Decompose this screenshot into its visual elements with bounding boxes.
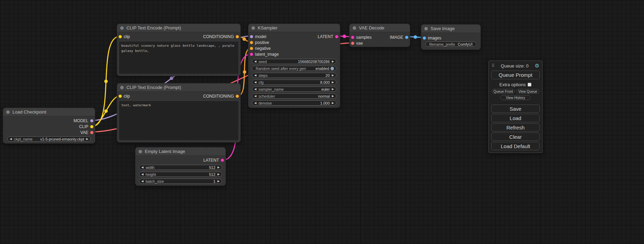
input-slot-positive[interactable]: positive — [250, 40, 269, 45]
arrow-left-icon[interactable]: ◀ — [254, 81, 256, 84]
view-history-button[interactable]: View History — [500, 95, 531, 100]
conditioning-slot-dot[interactable] — [236, 35, 239, 38]
latent-slot-dot[interactable] — [221, 159, 224, 162]
input-slot-clip[interactable]: clip — [118, 94, 130, 99]
input-slot-latent-image[interactable]: latent_image — [250, 52, 279, 57]
output-slot-vae[interactable]: VAE — [80, 130, 94, 135]
node-status-dot[interactable] — [252, 26, 255, 30]
arrow-right-icon[interactable]: ▶ — [86, 138, 88, 141]
load-default-button[interactable]: Load Default — [491, 142, 540, 150]
model-slot-dot[interactable] — [250, 35, 253, 38]
input-slot-model[interactable]: model — [250, 34, 266, 39]
conditioning-slot-dot[interactable] — [236, 94, 239, 98]
widget-random-seed-toggle[interactable]: Random seed after every gen enabled — [252, 66, 336, 71]
node-empty-latent-image[interactable]: Empty Latent Image LATENT ◀ width 512 ▶ … — [135, 147, 226, 186]
widget-height[interactable]: ◀ height 512 ▶ — [139, 172, 222, 177]
widget-cfg[interactable]: ◀ cfg 8.000 ▶ — [252, 80, 336, 85]
output-slot-conditioning[interactable]: CONDITIONING — [203, 94, 239, 99]
arrow-left-icon[interactable]: ◀ — [10, 138, 12, 141]
widget-width[interactable]: ◀ width 512 ▶ — [139, 165, 222, 170]
node-status-dot[interactable] — [120, 26, 124, 30]
clip-slot-dot[interactable] — [118, 35, 122, 38]
graph-canvas[interactable]: { "colors": { "model": "#B39DDB", "clip"… — [0, 0, 644, 244]
arrow-left-icon[interactable]: ◀ — [254, 60, 256, 63]
node-clip-text-encode-negative[interactable]: CLIP Text Encode (Prompt) clip CONDITION… — [117, 83, 241, 143]
node-load-checkpoint[interactable]: Load Checkpoint MODEL CLIP VAE ◀ ckpt_na… — [3, 108, 95, 144]
node-title-bar[interactable]: Load Checkpoint — [3, 108, 95, 116]
arrow-right-icon[interactable]: ▶ — [332, 81, 334, 84]
widget-filename-prefix[interactable]: filename_prefix ComfyUI — [425, 42, 476, 47]
node-status-dot[interactable] — [120, 86, 124, 89]
input-slot-clip[interactable]: clip — [118, 34, 130, 39]
arrow-right-icon[interactable]: ▶ — [218, 173, 220, 176]
node-title-bar[interactable]: CLIP Text Encode (Prompt) — [117, 83, 240, 92]
arrow-right-icon[interactable]: ▶ — [332, 95, 334, 98]
node-title-bar[interactable]: KSampler — [248, 24, 340, 32]
input-slot-images[interactable]: images — [423, 36, 441, 40]
latent-slot-dot[interactable] — [335, 35, 338, 38]
widget-scheduler[interactable]: ◀ scheduler normal ▶ — [252, 93, 336, 99]
node-title-bar[interactable]: CLIP Text Encode (Prompt) — [117, 24, 240, 32]
node-vae-decode[interactable]: VAE Decode samples IMAGE vae — [349, 24, 410, 47]
input-slot-samples[interactable]: samples — [351, 35, 372, 40]
prompt-text-input[interactable]: text, watermark — [119, 101, 238, 140]
arrow-right-icon[interactable]: ▶ — [332, 102, 334, 105]
queue-prompt-button[interactable]: Queue Prompt — [491, 71, 540, 79]
vae-slot-dot[interactable] — [351, 42, 354, 45]
arrow-left-icon[interactable]: ◀ — [141, 180, 143, 183]
load-button[interactable]: Load — [491, 114, 540, 122]
widget-sampler-name[interactable]: ◀ sampler_name euler ▶ — [252, 87, 336, 92]
drag-handle-icon[interactable]: ⠿ — [492, 63, 495, 68]
arrow-left-icon[interactable]: ◀ — [254, 88, 256, 91]
arrow-right-icon[interactable]: ▶ — [332, 88, 334, 91]
vae-slot-dot[interactable] — [90, 131, 94, 134]
node-save-image[interactable]: Save Image images filename_prefix ComfyU… — [421, 24, 481, 50]
clear-button[interactable]: Clear — [491, 133, 540, 141]
conditioning-slot-dot[interactable] — [250, 47, 253, 50]
node-ksampler[interactable]: KSampler model LATENT positive negative … — [248, 24, 340, 108]
latent-slot-dot[interactable] — [250, 53, 253, 56]
node-title-bar[interactable]: VAE Decode — [350, 24, 410, 32]
view-queue-button[interactable]: View Queue — [516, 89, 539, 94]
toggle-knob[interactable] — [330, 67, 334, 70]
widget-seed[interactable]: ◀ seed 156680208700286 ▶ — [252, 59, 336, 64]
extra-options-checkbox[interactable] — [528, 83, 531, 87]
image-slot-dot[interactable] — [405, 36, 408, 39]
node-status-dot[interactable] — [424, 27, 428, 30]
conditioning-slot-dot[interactable] — [250, 41, 253, 44]
widget-ckpt-name[interactable]: ◀ ckpt_name v1-5-pruned-emaonly.ckpt ▶ — [7, 136, 91, 142]
output-slot-model[interactable]: MODEL — [73, 118, 94, 123]
queue-front-button[interactable]: Queue Front — [492, 89, 515, 94]
arrow-left-icon[interactable]: ◀ — [254, 95, 256, 98]
node-title-bar[interactable]: Save Image — [421, 25, 480, 33]
output-slot-latent[interactable]: LATENT — [203, 158, 224, 163]
model-slot-dot[interactable] — [90, 119, 94, 123]
arrow-left-icon[interactable]: ◀ — [141, 173, 143, 176]
settings-gear-icon[interactable]: ⚙ — [535, 63, 539, 69]
node-title-bar[interactable]: Empty Latent Image — [135, 147, 226, 156]
save-button[interactable]: Save — [491, 105, 540, 113]
arrow-right-icon[interactable]: ▶ — [332, 74, 334, 77]
node-clip-text-encode-positive[interactable]: CLIP Text Encode (Prompt) clip CONDITION… — [117, 24, 241, 76]
arrow-left-icon[interactable]: ◀ — [254, 102, 256, 105]
input-slot-negative[interactable]: negative — [250, 46, 271, 51]
output-slot-conditioning[interactable]: CONDITIONING — [203, 34, 239, 39]
widget-batch-size[interactable]: ◀ batch_size 1 ▶ — [139, 179, 222, 184]
node-status-dot[interactable] — [6, 110, 10, 114]
arrow-right-icon[interactable]: ▶ — [218, 166, 220, 169]
widget-denoise[interactable]: ◀ denoise 1.000 ▶ — [252, 100, 336, 106]
clip-slot-dot[interactable] — [90, 125, 94, 128]
output-slot-clip[interactable]: CLIP — [79, 124, 94, 129]
prompt-text-input[interactable]: beautiful scenery nature glass bottle la… — [119, 42, 238, 74]
latent-slot-dot[interactable] — [351, 36, 354, 39]
image-slot-dot[interactable] — [423, 36, 426, 40]
arrow-right-icon[interactable]: ▶ — [218, 180, 220, 183]
arrow-left-icon[interactable]: ◀ — [254, 74, 256, 77]
node-status-dot[interactable] — [353, 26, 356, 30]
arrow-right-icon[interactable]: ▶ — [332, 60, 334, 63]
widget-steps[interactable]: ◀ steps 20 ▶ — [252, 73, 336, 78]
output-slot-latent[interactable]: LATENT — [318, 34, 338, 39]
arrow-left-icon[interactable]: ◀ — [141, 166, 143, 169]
output-slot-image[interactable]: IMAGE — [390, 35, 408, 40]
clip-slot-dot[interactable] — [118, 94, 122, 98]
